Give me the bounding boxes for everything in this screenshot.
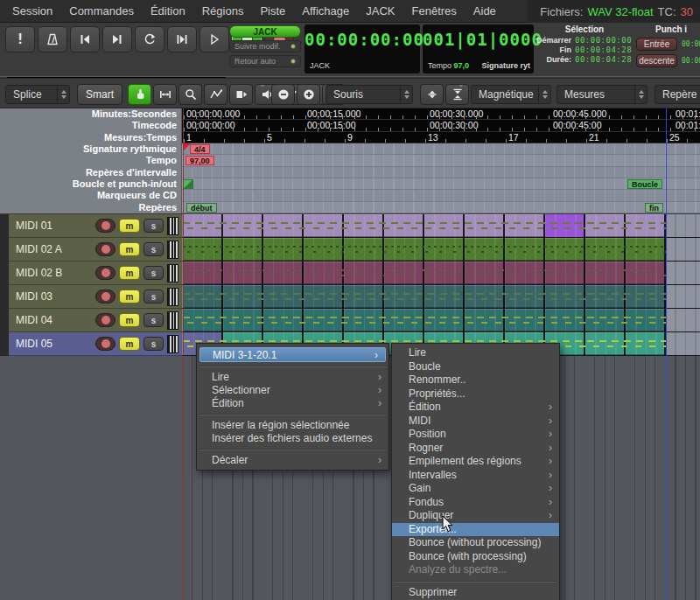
ruler-label-4[interactable]: Signature rythmique [0,143,177,155]
auto-return-button[interactable]: Retour auto [229,55,301,67]
signature-marker[interactable]: 4/4 [190,144,210,154]
midi-scroomer-icon[interactable] [167,264,178,283]
record-enable-button[interactable] [95,266,116,280]
mute-button[interactable]: m [119,290,140,303]
solo-button[interactable]: s [144,313,164,327]
ruler-lane-4[interactable]: 4/4 [182,143,700,155]
session-start-marker[interactable]: début [186,203,217,213]
track-canvas[interactable] [182,238,700,262]
edit-mode-combo[interactable]: Splice [5,85,70,104]
menu-affichage[interactable]: Affichage [302,4,349,17]
ruler-lanes[interactable]: 00:00:00.00000:00:15.00000:00:30.00000:0… [182,108,700,213]
menu-édition[interactable]: Édition [150,4,186,17]
menu-item[interactable]: Décaler› [197,454,388,467]
menu-item[interactable]: Boucle [392,360,559,374]
range-tool-button[interactable] [153,84,177,105]
record-enable-button[interactable] [95,242,116,256]
menu-item[interactable]: Sélectionner› [197,384,388,397]
solo-button[interactable]: s [144,266,164,280]
solo-button[interactable]: s [144,242,164,256]
track-name[interactable]: MIDI 03 [16,290,95,303]
menu-item[interactable]: Dupliquer› [392,509,559,523]
record-enable-button[interactable] [95,219,116,233]
shrink-tracks-button[interactable] [420,84,444,105]
track-header[interactable]: MIDI 02 Bms [9,262,182,285]
play-range-button[interactable] [167,26,197,52]
ruler-lane-6[interactable] [182,167,700,178]
midi-region-group[interactable] [183,309,666,331]
menu-item[interactable]: Bounce (without processing) [392,536,559,550]
midi-scroomer-icon[interactable] [167,288,178,306]
track-row[interactable]: MIDI 04ms [9,309,700,332]
track-row[interactable]: MIDI 02 Bms [9,262,700,285]
menu-item[interactable]: Bounce (with processing) [392,550,559,564]
midi-region-group[interactable] [183,262,666,284]
solo-button[interactable]: s [144,219,164,233]
loop-range-marker[interactable]: Boucle [627,179,662,189]
menu-fenêtres[interactable]: Fenêtres [412,4,457,17]
midi-scroomer-icon[interactable] [167,335,178,353]
midi-scroomer-icon[interactable] [167,241,178,259]
stretch-tool-button[interactable] [229,84,253,105]
menu-commandes[interactable]: Commandes [69,4,134,17]
track-name[interactable]: MIDI 01 [16,220,95,232]
menu-item[interactable]: Insérer la région sélectionnée [197,419,388,432]
secondary-clock[interactable]: 001|01|0000 Tempo 97,0 Signature ryt [423,24,534,73]
punch-in-button[interactable]: Entrée [636,38,677,51]
track-header[interactable]: MIDI 01ms [9,214,182,238]
midi-region-group[interactable] [183,214,666,237]
ruler-label-6[interactable]: Repères d'intervalle [0,167,177,178]
zoom-focus-combo[interactable]: Souris [326,85,413,104]
menu-item[interactable]: Édition› [392,401,559,415]
track-name[interactable]: MIDI 02 B [16,267,95,279]
ruler-lane-5[interactable]: 97,00 [182,155,700,166]
metronome-button[interactable] [38,26,67,52]
ruler-lane-1[interactable]: 00:00:00.00000:00:15.00000:00:30.00000:0… [182,108,700,120]
menu-item[interactable]: Lire [392,346,559,360]
menu-item[interactable]: Propriétés... [392,387,559,401]
track-name[interactable]: MIDI 05 [16,338,95,350]
ruler-lane-7[interactable]: Boucle [182,178,700,190]
track-header[interactable]: MIDI 04ms [9,309,182,332]
track-row[interactable]: MIDI 03ms [9,285,700,309]
record-enable-button[interactable] [95,313,116,327]
track-name[interactable]: MIDI 04 [16,314,95,326]
snap-mode-combo[interactable]: Magnétique [471,85,551,104]
menu-item[interactable]: Fondus› [392,496,559,510]
menu-jack[interactable]: JACK [366,4,395,17]
grab-tool-button[interactable] [128,84,151,105]
menu-item[interactable]: Supprimer [392,586,559,600]
midi-region-group[interactable] [183,238,666,261]
menu-item[interactable]: Édition› [197,397,388,410]
menu-item[interactable]: Renommer.. [392,373,559,387]
mute-button[interactable]: m [119,266,140,280]
zoom-in-button[interactable] [297,84,320,105]
menu-régions[interactable]: Régions [202,4,244,17]
menu-item[interactable]: Empilement des régions› [392,455,559,469]
track-row[interactable]: MIDI 01ms [9,214,700,238]
loop-start-marker[interactable] [183,179,193,189]
ruler-lane-3[interactable]: 15913172125 [182,132,700,143]
zoom-out-button[interactable] [271,84,295,105]
play-button[interactable] [200,26,229,52]
menu-item[interactable]: Position› [392,428,559,442]
primary-clock-value[interactable]: 00:00:00:00 [304,30,420,49]
grid-mode-combo[interactable]: Mesures [556,85,648,104]
menu-item[interactable]: Intervalles› [392,469,559,483]
menu-item[interactable]: Lire› [197,371,388,384]
tempo-marker[interactable]: 97,00 [186,156,214,165]
punch-out-button[interactable]: descente [636,54,677,67]
ruler-label-5[interactable]: Tempo [0,155,177,166]
ruler-label-3[interactable]: Mesures:Temps [0,132,177,143]
goto-start-button[interactable] [70,26,100,52]
track-row[interactable]: MIDI 02 Ams [9,238,700,262]
ruler-label-1[interactable]: Minutes:Secondes [0,108,177,120]
record-enable-button[interactable] [95,290,116,303]
solo-button[interactable]: s [144,337,164,351]
menu-item[interactable]: Gain› [392,482,559,496]
midi-scroomer-icon[interactable] [167,311,178,330]
marker-mode-combo[interactable]: Repère [654,85,700,104]
track-header[interactable]: MIDI 02 Ams [9,238,182,262]
playhead-line[interactable] [183,108,184,600]
jack-sync-button[interactable]: JACK [229,25,301,38]
